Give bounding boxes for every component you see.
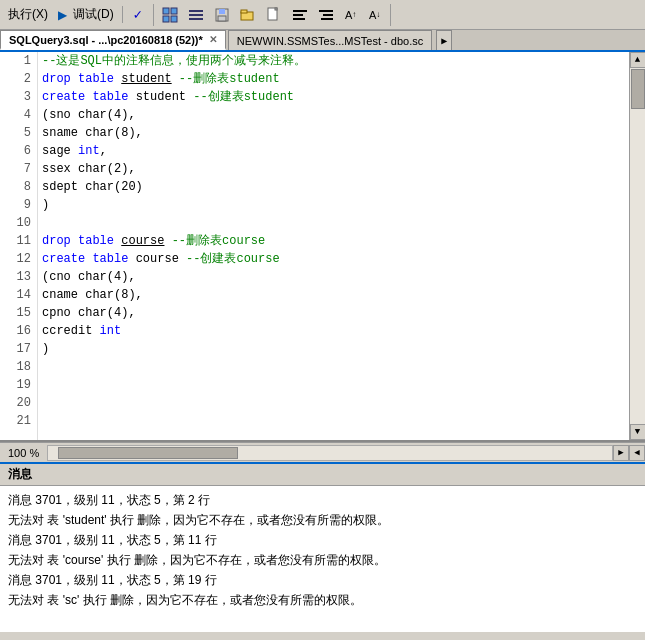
line-num-20: 20 [0, 394, 37, 412]
code-line-14: cname char(8), [42, 286, 625, 304]
comment-11: --删除表course [172, 234, 266, 248]
svg-rect-0 [163, 8, 169, 14]
id-student-2: student [121, 72, 171, 86]
toolbar-align-right-btn[interactable] [314, 4, 338, 26]
message-header: 消息 [0, 464, 645, 486]
comment-2: --删除表student [179, 72, 280, 86]
line-num-8: 8 [0, 178, 37, 196]
zoom-label: 100 % [0, 447, 47, 459]
toolbar-icons-group: A↑ A↓ [158, 4, 391, 26]
code-line-4: (sno char(4), [42, 106, 625, 124]
kw-table-3: table [92, 90, 128, 104]
code-line-13: (cno char(4), [42, 268, 625, 286]
svg-rect-20 [321, 18, 333, 20]
comment-12: --创建表course [186, 252, 280, 266]
menu-execute[interactable]: 执行(X) [4, 6, 52, 23]
line-num-13: 13 [0, 268, 37, 286]
line-num-16: 16 [0, 322, 37, 340]
code-area[interactable]: --这是SQL中的注释信息，使用两个减号来注释。 drop table stud… [38, 52, 629, 440]
line-num-5: 5 [0, 124, 37, 142]
msg-line-6: 无法对 表 'sc' 执行 删除，因为它不存在，或者您没有所需的权限。 [8, 590, 637, 610]
editor-container: 1 2 3 4 5 6 7 8 9 10 11 12 13 14 15 16 1… [0, 52, 645, 442]
scroll-track[interactable] [630, 68, 646, 424]
line-num-12: 12 [0, 250, 37, 268]
kw-create-12: create [42, 252, 85, 266]
line-num-11: 11 [0, 232, 37, 250]
tab-sqlquery[interactable]: SQLQuery3.sql - ...\pc20160818 (52))* ✕ [0, 30, 226, 50]
code-line-10 [42, 214, 625, 232]
toolbar-grid1-btn[interactable] [158, 4, 182, 26]
svg-rect-19 [323, 14, 333, 16]
line-num-4: 4 [0, 106, 37, 124]
id-course-11: course [121, 234, 164, 248]
svg-rect-18 [319, 10, 333, 12]
svg-rect-14 [275, 8, 277, 10]
code-line-15: cpno char(4), [42, 304, 625, 322]
code-line-18 [42, 358, 625, 376]
code-line-21 [42, 412, 625, 430]
svg-rect-15 [293, 10, 307, 12]
toolbar-check-group: ✓ [127, 4, 154, 26]
toolbar-fontB-btn[interactable]: A↓ [364, 4, 386, 26]
tab-scroll-arrow[interactable]: ▶ [436, 30, 452, 50]
line-num-18: 18 [0, 358, 37, 376]
msg-line-1: 消息 3701，级别 11，状态 5，第 2 行 [8, 490, 637, 510]
tabbar: SQLQuery3.sql - ...\pc20160818 (52))* ✕ … [0, 30, 645, 52]
h-scroll-thumb[interactable] [58, 447, 238, 459]
line-num-17: 17 [0, 340, 37, 358]
code-line-8: sdept char(20) [42, 178, 625, 196]
scroll-down-btn[interactable]: ▼ [630, 424, 646, 440]
h-scroll-track[interactable] [47, 445, 613, 461]
svg-rect-4 [189, 10, 203, 12]
toolbar-align-left-btn[interactable] [288, 4, 312, 26]
menu-group: 执行(X) ▶ 调试(D) [4, 6, 123, 23]
h-scroll-right-btn[interactable]: ▶ [613, 445, 629, 461]
toolbar-open-btn[interactable] [236, 4, 260, 26]
svg-rect-17 [293, 18, 305, 20]
menu-debug[interactable]: 调试(D) [69, 6, 118, 23]
line-num-7: 7 [0, 160, 37, 178]
code-line-6: sage int, [42, 142, 625, 160]
code-comment-1: --这是SQL中的注释信息，使用两个减号来注释。 [42, 54, 306, 68]
code-line-11: drop table course --删除表course [42, 232, 625, 250]
msg-line-5: 消息 3701，级别 11，状态 5，第 19 行 [8, 570, 637, 590]
hscroll-status-bar: 100 % ▶ ◀ [0, 442, 645, 462]
line-num-6: 6 [0, 142, 37, 160]
toolbar-save-btn[interactable] [210, 4, 234, 26]
svg-rect-5 [189, 14, 203, 16]
code-line-3: create table student --创建表student [42, 88, 625, 106]
msg-line-3: 消息 3701，级别 11，状态 5，第 11 行 [8, 530, 637, 550]
toolbar-check-btn[interactable]: ✓ [127, 4, 149, 26]
toolbar-fontA-btn[interactable]: A↑ [340, 4, 362, 26]
code-line-16: ccredit int [42, 322, 625, 340]
line-num-14: 14 [0, 286, 37, 304]
code-line-20 [42, 394, 625, 412]
message-panel: 消息 消息 3701，级别 11，状态 5，第 2 行 无法对 表 'stude… [0, 462, 645, 632]
line-num-15: 15 [0, 304, 37, 322]
toolbar-new-btn[interactable] [262, 4, 286, 26]
line-num-9: 9 [0, 196, 37, 214]
kw-table-11: table [78, 234, 114, 248]
svg-rect-8 [219, 9, 225, 14]
execute-play-btn[interactable]: ▶ [58, 8, 67, 22]
svg-rect-3 [171, 16, 177, 22]
tab-sqlquery-close[interactable]: ✕ [209, 34, 217, 45]
kw-table-12: table [92, 252, 128, 266]
line-num-1: 1 [0, 52, 37, 70]
line-numbers: 1 2 3 4 5 6 7 8 9 10 11 12 13 14 15 16 1… [0, 52, 38, 440]
msg-line-4: 无法对 表 'course' 执行 删除，因为它不存在，或者您没有所需的权限。 [8, 550, 637, 570]
svg-rect-6 [189, 18, 203, 20]
svg-rect-9 [218, 16, 226, 21]
toolbar-grid2-btn[interactable] [184, 4, 208, 26]
scroll-thumb[interactable] [631, 69, 645, 109]
line-num-19: 19 [0, 376, 37, 394]
h-scroll-left-btn[interactable]: ◀ [629, 445, 645, 461]
msg-line-2: 无法对 表 'student' 执行 删除，因为它不存在，或者您没有所需的权限。 [8, 510, 637, 530]
code-line-5: sname char(8), [42, 124, 625, 142]
tab-newwin[interactable]: NEWWIN.SSMSTes...MSTest - dbo.sc [228, 30, 432, 50]
vertical-scrollbar[interactable]: ▲ ▼ [629, 52, 645, 440]
scroll-up-btn[interactable]: ▲ [630, 52, 646, 68]
line-num-2: 2 [0, 70, 37, 88]
kw-drop-2: drop [42, 72, 71, 86]
code-line-1: --这是SQL中的注释信息，使用两个减号来注释。 [42, 52, 625, 70]
